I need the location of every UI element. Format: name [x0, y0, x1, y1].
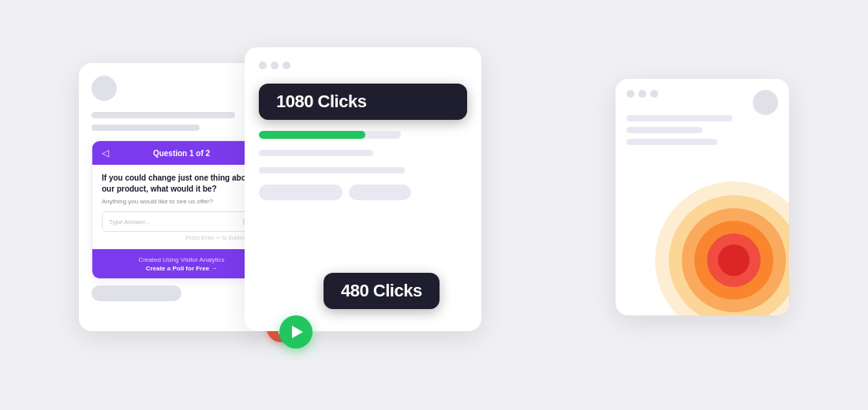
concentric-circles-decoration — [655, 181, 789, 315]
survey-hint: Press Enter ↵ to Submit Reply — [102, 235, 261, 241]
right-line-3 — [627, 139, 717, 145]
analytics-dots-row — [259, 62, 467, 69]
clicks-480-text: 480 Clicks — [341, 281, 422, 301]
survey-prev-icon[interactable]: ◁ — [102, 147, 109, 158]
clicks-1080-badge: 1080 Clicks — [259, 84, 467, 120]
right-line-2 — [627, 127, 702, 133]
play-triangle-icon — [292, 326, 303, 338]
right-card — [615, 79, 789, 315]
clicks-1080-text: 1080 Clicks — [276, 91, 366, 112]
play-button[interactable] — [279, 315, 312, 348]
ring-6 — [718, 244, 750, 276]
analytics-card: 1080 Clicks 480 Clicks — [245, 47, 481, 331]
analytics-line-3 — [259, 184, 342, 200]
survey-input-row[interactable]: Type Answer... ⊕ — [102, 211, 261, 232]
analytics-dot-1 — [259, 62, 267, 69]
analytics-dot-3 — [282, 62, 290, 69]
progress-bar-container — [259, 131, 467, 139]
clicks-480-badge: 480 Clicks — [324, 273, 440, 309]
right-line-1 — [627, 115, 732, 121]
right-dot-2 — [638, 90, 646, 98]
survey-footer-link[interactable]: Create a Poll for Free → — [102, 265, 261, 272]
survey-card-line-1 — [92, 112, 235, 118]
right-dot-1 — [627, 90, 634, 98]
survey-question-text: If you could change just one thing about… — [102, 173, 261, 195]
survey-card-line-2 — [92, 125, 200, 131]
progress-bar-fill — [259, 131, 365, 139]
survey-question-label: Question 1 of 2 — [153, 149, 210, 158]
survey-card-line-3 — [92, 285, 181, 301]
right-lines — [627, 115, 778, 145]
analytics-dot-2 — [271, 62, 279, 69]
survey-input-placeholder: Type Answer... — [109, 218, 150, 226]
scene: ◁ Question 1 of 2 ▷ If you could change … — [0, 0, 868, 410]
right-dot-3 — [650, 90, 658, 98]
analytics-line-1 — [259, 150, 373, 156]
survey-card-decoration — [92, 76, 117, 101]
gray-circle-decoration — [753, 90, 778, 115]
analytics-line-4 — [349, 184, 411, 200]
analytics-line-2 — [259, 167, 405, 173]
survey-footer-line1: Created Using Visitor Analytics — [102, 255, 261, 265]
progress-bar-track — [259, 131, 401, 139]
survey-sub-text: Anything you would like to see us offer? — [102, 198, 261, 205]
